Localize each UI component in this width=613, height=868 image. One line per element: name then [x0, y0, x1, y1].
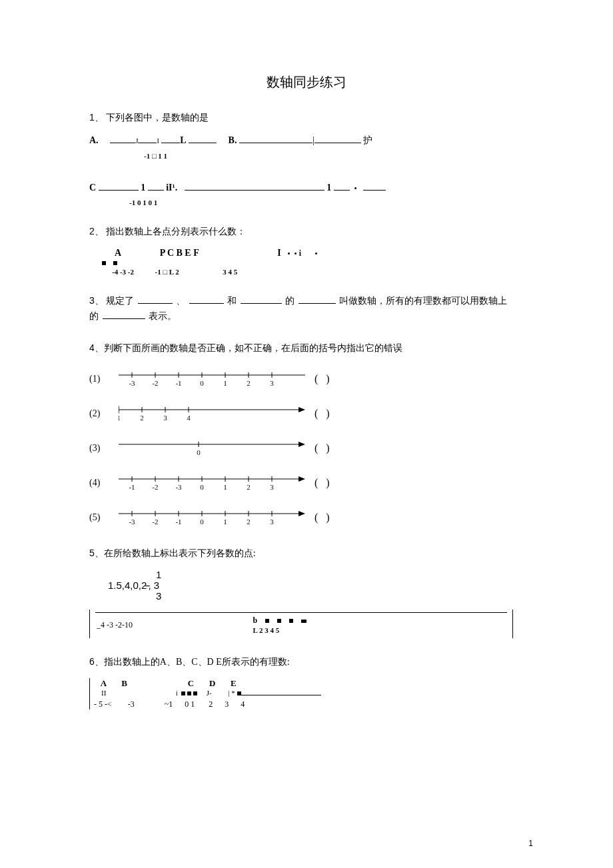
q5-prompt: 在所给数轴上标出表示下列各数的点: [104, 548, 256, 558]
svg-text:-2: -2 [152, 379, 158, 387]
q1-prompt: 下列各图中，是数轴的是 [106, 113, 209, 123]
q5-left-ticks: _4 -3 -2-10 [97, 620, 133, 630]
svg-text:0: 0 [200, 379, 204, 387]
q2-number: 2、 [89, 226, 104, 236]
svg-text:-1: -1 [175, 379, 181, 387]
q4-label: (5) [89, 512, 109, 523]
q4-paren[interactable]: ( ) [314, 373, 330, 385]
svg-text:-1: -1 [175, 518, 181, 526]
q3-blank-5[interactable] [103, 310, 145, 319]
q3-number: 3、 [89, 295, 104, 306]
svg-text:1: 1 [223, 483, 227, 491]
svg-text:0: 0 [200, 483, 204, 491]
page-number: 1 [528, 839, 533, 848]
q5-right-b: b [253, 616, 258, 625]
page-title: 数轴同步练习 [0, 73, 613, 91]
question-5: 5、在所给数轴上标出表示下列各数的点: [89, 546, 513, 562]
q6-marks-r: J- | * [207, 689, 235, 697]
svg-text:2: 2 [140, 414, 144, 422]
q6-numberline-box: A B C D E II i J- | * - 5 -< -3 ~1 0 1 2 [89, 678, 513, 709]
svg-text:3: 3 [270, 483, 274, 491]
q1-c-ticks: -1 0 1 0 1 [129, 199, 157, 207]
svg-text:2: 2 [247, 518, 251, 526]
q1-opt-b-label: B. [229, 135, 237, 145]
question-3: 3、 规定了 、 和 的 叫做数轴，所有的有理数都可以用数轴上 的 表示。 [89, 293, 513, 325]
svg-text:0: 0 [197, 448, 201, 456]
q1-c-mid: 1 [141, 183, 145, 193]
question-1: 1、 下列各图中，是数轴的是 [89, 110, 513, 126]
svg-text:-3: -3 [175, 483, 182, 491]
svg-text:-2: -2 [152, 518, 158, 526]
q5-frac-bot: 3 [156, 591, 161, 602]
q2-ticks-left: -4 -3 -2 [112, 268, 134, 276]
q1-c-right: 1 [326, 183, 331, 193]
q2-letter-i: i [299, 248, 301, 258]
q3-blank-1[interactable] [138, 294, 173, 304]
svg-text:1: 1 [223, 518, 227, 526]
svg-marker-31 [299, 476, 305, 482]
q1-b-tail: 护 [363, 135, 372, 145]
q3-blank-3[interactable] [241, 294, 282, 304]
q5-frac-top: 1 [156, 570, 161, 581]
q2-ticks-right: 3 4 5 [223, 268, 237, 276]
svg-text:-2: -2 [152, 483, 158, 491]
q3-blank-4[interactable] [299, 294, 336, 304]
q1-option-c-row: C 1 iI¹. 1 [89, 181, 513, 193]
svg-text:1: 1 [119, 414, 121, 422]
q2-ticks-mid: -1 □ L 2 [155, 268, 179, 276]
svg-text:4: 4 [187, 414, 191, 422]
q4-paren[interactable]: ( ) [314, 512, 330, 524]
q6-marks: II i [101, 689, 178, 697]
q5-number: 5、 [89, 548, 104, 558]
q4-label: (2) [89, 408, 109, 419]
q2-letters-mid: P C B E F [160, 248, 199, 258]
q5-nums-after: -, 3 [145, 580, 159, 591]
q1-opt-a-label: A. [89, 135, 99, 145]
q6-prompt: 指出数轴上的A、B、C、D E所表示的有理数: [104, 657, 290, 667]
q4-line-4: (4)-1-2-30123( ) [89, 471, 513, 495]
svg-text:3: 3 [270, 518, 274, 526]
q6-ticks: - 5 -< -3 ~1 0 1 2 3 4 [94, 699, 513, 709]
q1-a-L: L [180, 135, 186, 145]
svg-marker-17 [299, 407, 305, 412]
q4-line-1: (1)-3-2-10123( ) [89, 367, 513, 391]
q4-paren[interactable]: ( ) [314, 408, 330, 420]
q1-c-il: iI¹. [166, 183, 177, 193]
q3-t1: 规定了 [106, 296, 134, 306]
q1-option-a-row: A. JI L B. | 护 [89, 134, 513, 147]
q4-label: (4) [89, 478, 109, 488]
svg-text:3: 3 [270, 379, 274, 387]
q2-prompt: 指出数轴上各点分别表示什么数： [106, 226, 246, 236]
svg-text:-3: -3 [129, 518, 135, 526]
question-2: 2、 指出数轴上各点分别表示什么数： [89, 224, 513, 240]
q1-opt-c-label: C [89, 183, 96, 193]
svg-text:1: 1 [223, 379, 227, 387]
svg-text:-3: -3 [129, 379, 135, 387]
q6-number: 6、 [89, 656, 104, 667]
q4-label: (3) [89, 443, 109, 454]
q4-paren[interactable]: ( ) [314, 442, 330, 454]
q5-nums-line: 1.5,4,0,2- [108, 580, 150, 591]
q4-prompt: 判断下面所画的数轴是否正确，如不正确，在后面的括号内指出它的错误 [104, 343, 402, 353]
q4-paren[interactable]: ( ) [314, 477, 330, 489]
q1-a-ticks: -1 □ 1 1 [144, 152, 167, 160]
q3-t2: 、 [176, 296, 185, 306]
question-4: 4、判断下面所画的数轴是否正确，如不正确，在后面的括号内指出它的错误 [89, 340, 513, 356]
q4-line-5: (5)-3-2-10123( ) [89, 506, 513, 530]
q4-number: 4、 [89, 342, 104, 353]
q3-t7: 表示。 [149, 311, 177, 321]
svg-marker-27 [299, 442, 305, 447]
q4-number-lines: (1)-3-2-10123( )(2)1234( )(3)0( )(4)-1-2… [89, 367, 513, 530]
svg-text:-1: -1 [129, 483, 135, 491]
svg-text:3: 3 [163, 414, 167, 422]
q3-t4: 的 [285, 296, 295, 306]
q4-line-2: (2)1234( ) [89, 402, 513, 426]
q4-line-3: (3)0( ) [89, 436, 513, 460]
q3-t3: 和 [227, 296, 237, 306]
q1-number: 1、 [89, 112, 104, 123]
svg-marker-47 [299, 511, 305, 516]
q3-t6: 的 [89, 311, 99, 321]
svg-text:0: 0 [200, 518, 204, 526]
q2-letter-I: I [277, 248, 281, 258]
q3-blank-2[interactable] [189, 294, 224, 304]
